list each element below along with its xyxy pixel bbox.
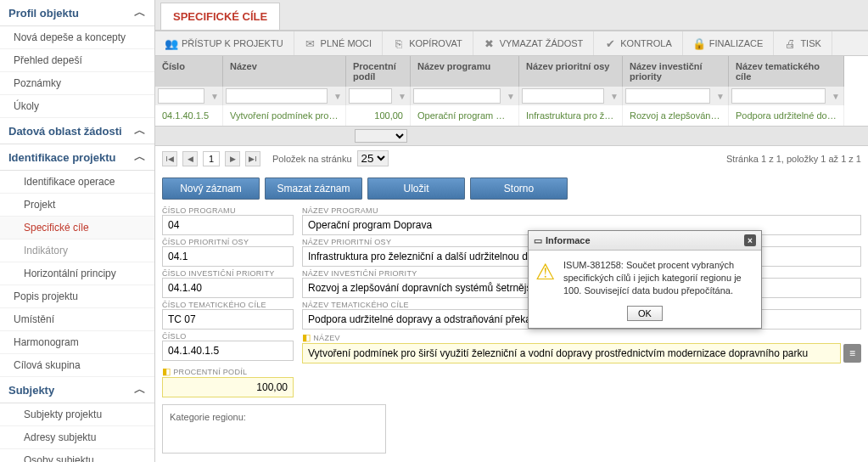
- input-cislo-osy[interactable]: [162, 246, 294, 267]
- check-icon: ✔: [604, 37, 616, 49]
- sidebar-section-profil[interactable]: Profil objektu︿: [0, 0, 154, 26]
- filter-nazev-investicni[interactable]: [625, 88, 710, 104]
- kategorie-regionu-box: Kategorie regionu:: [162, 404, 386, 454]
- section-label: Datová oblast žádosti: [8, 125, 122, 138]
- col-nazev-programu[interactable]: Název programu: [411, 56, 519, 87]
- col-cislo[interactable]: Číslo: [155, 56, 223, 87]
- col-nazev-tematickeho[interactable]: Název tematického cíle: [729, 56, 844, 87]
- info-dialog: ▭Informace × ⚠ ISUM-381258: Součet proce…: [528, 230, 762, 329]
- sidebar-item-harmonogram[interactable]: Harmonogram: [0, 331, 154, 354]
- summary-select[interactable]: [355, 129, 407, 143]
- sidebar-item-indikatory[interactable]: Indikátory: [0, 239, 154, 262]
- sidebar-section-subjekty[interactable]: Subjekty︿: [0, 377, 154, 403]
- filter-icon[interactable]: ▼: [832, 92, 840, 101]
- filter-icon[interactable]: ▼: [398, 92, 406, 101]
- label-cislo-tem: ČÍSLO TEMATICKÉHO CÍLE: [162, 301, 294, 309]
- toolbar-tisk[interactable]: 🖨TISK: [774, 31, 832, 55]
- lock-icon: 🔒: [693, 37, 705, 49]
- input-cislo-tem[interactable]: [162, 309, 294, 330]
- filter-nazev-tematickeho[interactable]: [731, 88, 826, 104]
- sidebar-item-umisteni[interactable]: Umístění: [0, 308, 154, 331]
- input-cislo[interactable]: [162, 341, 294, 361]
- filter-nazev-programu[interactable]: [413, 88, 501, 104]
- tab-bar: SPECIFICKÉ CÍLE: [155, 0, 868, 31]
- sidebar-section-identifikace[interactable]: Identifikace projektu︿: [0, 144, 154, 171]
- section-label: Profil objektu: [8, 7, 79, 20]
- sidebar-item-popis[interactable]: Popis projektu: [0, 285, 154, 308]
- filter-icon[interactable]: ▼: [716, 92, 725, 101]
- toolbar-label: VYMAZAT ŽÁDOST: [500, 38, 584, 48]
- toolbar-label: TISK: [800, 38, 820, 48]
- filter-procentni[interactable]: [349, 88, 392, 104]
- toolbar-label: KONTROLA: [620, 38, 672, 48]
- filter-cislo[interactable]: [158, 88, 204, 104]
- sidebar-item-horizontalni[interactable]: Horizontální principy: [0, 262, 154, 285]
- toolbar-label: KOPÍROVAT: [409, 38, 462, 48]
- sidebar-item-identifikace-operace[interactable]: Identifikace operace: [0, 171, 154, 194]
- toolbar-plne-moci[interactable]: ✉PLNÉ MOCI: [294, 31, 384, 55]
- label-cislo: ČÍSLO: [162, 332, 294, 341]
- filter-icon[interactable]: ▼: [333, 92, 342, 101]
- cell-cislo: 04.1.40.1.5: [155, 105, 223, 126]
- table-row[interactable]: 04.1.40.1.5 Vytvoření podmínek pro širší…: [155, 105, 868, 126]
- sidebar-item-prehled[interactable]: Přehled depeší: [0, 49, 154, 72]
- grid-filter-row: ▼ ▼ ▼ ▼ ▼ ▼ ▼: [155, 87, 868, 105]
- sidebar-item-poznamky[interactable]: Poznámky: [0, 72, 154, 95]
- col-procentni[interactable]: Procentní podíl: [346, 56, 411, 87]
- sidebar-item-osoby[interactable]: Osoby subjektu: [0, 449, 154, 462]
- filter-icon[interactable]: ▼: [507, 92, 515, 101]
- dialog-titlebar: ▭Informace ×: [529, 231, 761, 251]
- col-nazev-investicni[interactable]: Název investiční priority: [623, 56, 729, 87]
- toolbar-finalizace[interactable]: 🔒FINALIZACE: [683, 31, 775, 55]
- sidebar-item-adresy[interactable]: Adresy subjektu: [0, 426, 154, 449]
- sidebar: Profil objektu︿ Nová depeše a koncepty P…: [0, 0, 155, 462]
- toolbar-pristup[interactable]: 👥PŘÍSTUP K PROJEKTU: [155, 31, 294, 55]
- filter-icon[interactable]: ▼: [610, 92, 619, 101]
- tab-specificke-cile[interactable]: SPECIFICKÉ CÍLE: [160, 3, 280, 30]
- per-page-select[interactable]: 25: [357, 150, 389, 166]
- sidebar-item-projekt[interactable]: Projekt: [0, 194, 154, 217]
- pager-current[interactable]: [203, 151, 220, 166]
- sidebar-item-nova-depese[interactable]: Nová depeše a koncepty: [0, 26, 154, 49]
- dialog-message: ISUM-381258: Součet procent vybraných sp…: [563, 259, 754, 297]
- cancel-button[interactable]: Storno: [470, 177, 568, 200]
- input-cislo-programu[interactable]: [162, 215, 294, 235]
- filter-icon[interactable]: ▼: [210, 92, 219, 101]
- save-button[interactable]: Uložit: [367, 177, 465, 200]
- cell-nazev: Vytvoření podmínek pro širší vy...: [223, 105, 346, 126]
- toolbar-label: FINALIZACE: [709, 38, 764, 48]
- filter-nazev-osy[interactable]: [522, 88, 604, 104]
- toolbar-label: PLNÉ MOCI: [321, 38, 372, 48]
- ok-button[interactable]: OK: [627, 306, 663, 321]
- sidebar-item-cilova[interactable]: Cílová skupina: [0, 354, 154, 377]
- input-cislo-inv[interactable]: [162, 278, 294, 298]
- sidebar-section-datova[interactable]: Datová oblast žádosti︿: [0, 118, 154, 144]
- toolbar-kontrola[interactable]: ✔KONTROLA: [594, 31, 683, 55]
- pager-next[interactable]: ▶: [225, 151, 240, 166]
- lookup-icon[interactable]: ≡: [843, 344, 861, 363]
- col-nazev-osy[interactable]: Název prioritní osy: [519, 56, 623, 87]
- section-label: Identifikace projektu: [8, 151, 115, 164]
- chevron-up-icon: ︿: [134, 123, 146, 138]
- sidebar-item-ukoly[interactable]: Úkoly: [0, 95, 154, 118]
- cell-nazev-programu: Operační program Doprava: [411, 105, 519, 126]
- sidebar-item-subjekty-projektu[interactable]: Subjekty projektu: [0, 403, 154, 426]
- close-icon[interactable]: ×: [744, 234, 756, 246]
- pager-first[interactable]: I◀: [162, 151, 177, 166]
- toolbar-kopirovat[interactable]: ⎘KOPÍROVAT: [383, 31, 473, 55]
- filter-nazev[interactable]: [226, 88, 328, 104]
- window-icon: ▭: [534, 235, 542, 246]
- pager-last[interactable]: ▶I: [245, 151, 260, 166]
- input-nazev[interactable]: [302, 343, 841, 363]
- warning-icon: ⚠: [535, 259, 555, 297]
- col-nazev[interactable]: Název: [223, 56, 346, 87]
- required-icon: ◧: [302, 332, 311, 343]
- pager-prev[interactable]: ◀: [182, 151, 198, 166]
- cell-nazev-tematickeho: Podpora udržitelné dopra...: [729, 105, 844, 126]
- toolbar-vymazat[interactable]: ✖VYMAZAT ŽÁDOST: [473, 31, 595, 55]
- delete-record-button[interactable]: Smazat záznam: [265, 177, 362, 200]
- input-procentni[interactable]: [162, 377, 294, 397]
- sidebar-item-specificke-cile[interactable]: Specifické cíle: [0, 217, 154, 239]
- delete-icon: ✖: [484, 37, 496, 49]
- new-record-button[interactable]: Nový záznam: [162, 177, 260, 200]
